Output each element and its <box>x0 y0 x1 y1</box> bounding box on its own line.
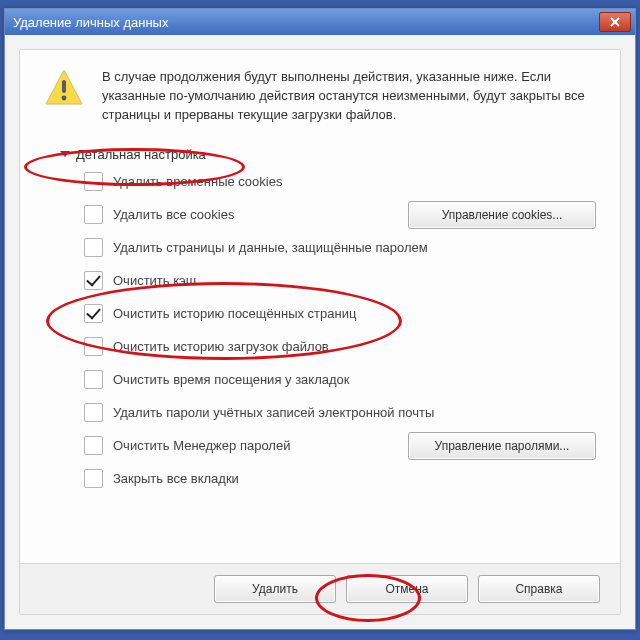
option-label: Удалить все cookies <box>113 207 234 222</box>
option-label: Очистить время посещения у закладок <box>113 372 349 387</box>
svg-point-5 <box>62 96 67 101</box>
expander-label: Детальная настройка <box>76 147 206 162</box>
dialog-body: В случае продолжения будут выполнены дей… <box>19 49 621 615</box>
option-side-button[interactable]: Управление паролями... <box>408 432 596 460</box>
option-checkbox[interactable] <box>84 370 103 389</box>
option-row: Закрыть все вкладки <box>84 469 596 488</box>
delete-button[interactable]: Удалить <box>214 575 336 603</box>
option-checkbox[interactable] <box>84 403 103 422</box>
option-label: Удалить страницы и данные, защищённые па… <box>113 240 428 255</box>
option-checkbox[interactable] <box>84 205 103 224</box>
option-row: Удалить страницы и данные, защищённые па… <box>84 238 596 257</box>
dialog-footer: Удалить Отмена Справка <box>20 563 620 614</box>
chevron-down-icon <box>60 151 70 157</box>
option-label: Очистить историю загрузок файлов <box>113 339 329 354</box>
intro-text: В случае продолжения будут выполнены дей… <box>102 68 596 125</box>
option-row: Очистить Менеджер паролейУправление паро… <box>84 436 596 455</box>
option-label: Очистить кэш <box>113 273 196 288</box>
option-label: Очистить историю посещённых страниц <box>113 306 356 321</box>
option-checkbox[interactable] <box>84 238 103 257</box>
option-row: Очистить историю загрузок файлов <box>84 337 596 356</box>
warning-icon <box>44 68 84 108</box>
option-row: Удалить все cookiesУправление cookies... <box>84 205 596 224</box>
titlebar: Удаление личных данных <box>5 9 635 35</box>
option-checkbox[interactable] <box>84 436 103 455</box>
help-button[interactable]: Справка <box>478 575 600 603</box>
option-row: Очистить время посещения у закладок <box>84 370 596 389</box>
options-list: Удалить временные cookiesУдалить все coo… <box>84 172 596 488</box>
option-row: Удалить пароли учётных записей электронн… <box>84 403 596 422</box>
option-side-button[interactable]: Управление cookies... <box>408 201 596 229</box>
cancel-button[interactable]: Отмена <box>346 575 468 603</box>
option-label: Удалить временные cookies <box>113 174 282 189</box>
close-button[interactable] <box>599 12 631 32</box>
option-checkbox[interactable] <box>84 172 103 191</box>
option-label: Очистить Менеджер паролей <box>113 438 290 453</box>
option-label: Закрыть все вкладки <box>113 471 239 486</box>
window-title: Удаление личных данных <box>13 15 168 30</box>
details-expander[interactable]: Детальная настройка <box>60 147 596 162</box>
option-label: Удалить пароли учётных записей электронн… <box>113 405 434 420</box>
option-row: Очистить кэш <box>84 271 596 290</box>
option-checkbox[interactable] <box>84 469 103 488</box>
option-row: Удалить временные cookies <box>84 172 596 191</box>
option-checkbox[interactable] <box>84 337 103 356</box>
option-checkbox[interactable] <box>84 271 103 290</box>
close-icon <box>610 17 620 27</box>
option-row: Очистить историю посещённых страниц <box>84 304 596 323</box>
option-checkbox[interactable] <box>84 304 103 323</box>
dialog-delete-personal-data: Удаление личных данных В сл <box>4 8 636 630</box>
svg-rect-4 <box>62 80 66 93</box>
